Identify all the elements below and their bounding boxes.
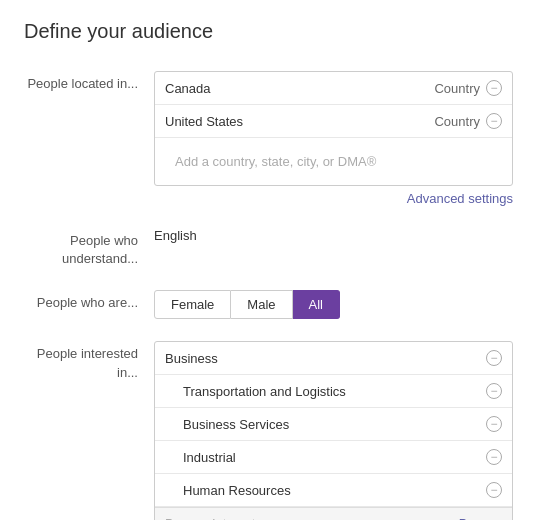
interest-hr-label: Human Resources bbox=[183, 483, 291, 498]
section-interested: People interested in... Business − Trans… bbox=[24, 341, 513, 520]
interested-content: Business − Transportation and Logistics … bbox=[154, 341, 513, 520]
interest-industrial: Industrial − bbox=[155, 441, 512, 474]
interest-transport: Transportation and Logistics − bbox=[155, 375, 512, 408]
interest-business: Business − bbox=[155, 342, 512, 375]
add-location-input[interactable] bbox=[165, 146, 502, 177]
located-label: People located in... bbox=[24, 71, 154, 93]
advanced-settings-link-wrap: Advanced settings bbox=[154, 191, 513, 206]
section-understand: People who understand... English bbox=[24, 228, 513, 268]
browse-interests-label: Browse Interests bbox=[165, 516, 262, 520]
us-name: United States bbox=[165, 114, 243, 129]
interest-transport-remove[interactable]: − bbox=[486, 383, 502, 399]
are-label: People who are... bbox=[24, 290, 154, 312]
interest-business-remove[interactable]: − bbox=[486, 350, 502, 366]
interest-industrial-remove[interactable]: − bbox=[486, 449, 502, 465]
interested-label: People interested in... bbox=[24, 341, 154, 381]
interests-scroll[interactable]: Business − Transportation and Logistics … bbox=[155, 342, 512, 507]
us-type: Country bbox=[434, 114, 480, 129]
gender-all-button[interactable]: All bbox=[293, 290, 340, 319]
advanced-settings-link[interactable]: Advanced settings bbox=[407, 191, 513, 206]
interests-box: Business − Transportation and Logistics … bbox=[154, 341, 513, 520]
interest-bizservices-label: Business Services bbox=[183, 417, 289, 432]
add-location-row bbox=[155, 138, 512, 185]
location-box: Canada Country − United States Country − bbox=[154, 71, 513, 186]
browse-row: Browse Interests Browse bbox=[155, 507, 512, 520]
interest-bizservices-remove[interactable]: − bbox=[486, 416, 502, 432]
page-title: Define your audience bbox=[24, 20, 513, 43]
location-us: United States Country − bbox=[155, 105, 512, 138]
interest-transport-label: Transportation and Logistics bbox=[183, 384, 346, 399]
canada-remove-button[interactable]: − bbox=[486, 80, 502, 96]
interest-business-label: Business bbox=[165, 351, 218, 366]
language-value: English bbox=[154, 224, 197, 243]
section-are: People who are... Female Male All bbox=[24, 290, 513, 319]
canada-type: Country bbox=[434, 81, 480, 96]
canada-name: Canada bbox=[165, 81, 211, 96]
interest-industrial-label: Industrial bbox=[183, 450, 236, 465]
interest-hr-remove[interactable]: − bbox=[486, 482, 502, 498]
browse-link[interactable]: Browse bbox=[459, 516, 502, 520]
understand-content: English bbox=[154, 228, 513, 243]
gender-male-button[interactable]: Male bbox=[231, 290, 292, 319]
located-content: Canada Country − United States Country −… bbox=[154, 71, 513, 206]
gender-group: Female Male All bbox=[154, 290, 513, 319]
interest-bizservices: Business Services − bbox=[155, 408, 512, 441]
interest-hr: Human Resources − bbox=[155, 474, 512, 507]
section-located: People located in... Canada Country − Un… bbox=[24, 71, 513, 206]
are-content: Female Male All bbox=[154, 290, 513, 319]
understand-label: People who understand... bbox=[24, 228, 154, 268]
us-remove-button[interactable]: − bbox=[486, 113, 502, 129]
location-canada: Canada Country − bbox=[155, 72, 512, 105]
gender-female-button[interactable]: Female bbox=[154, 290, 231, 319]
